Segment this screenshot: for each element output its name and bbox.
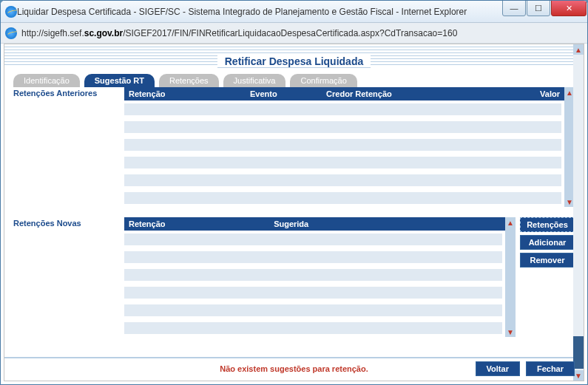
voltar-button[interactable]: Voltar bbox=[476, 361, 520, 376]
retencoes-button[interactable]: Retenções bbox=[520, 217, 575, 232]
scroll-novas[interactable]: ▲ ▼ bbox=[505, 217, 516, 337]
col-retencao-n: Retenção bbox=[124, 219, 269, 228]
table-row bbox=[124, 304, 505, 319]
page-title: Retificar Despesa Liquidada bbox=[217, 55, 371, 68]
col-credor: Credor Retenção bbox=[322, 89, 499, 98]
label-novas: Retenções Novas bbox=[13, 217, 124, 337]
maximize-button[interactable]: ☐ bbox=[527, 0, 550, 16]
scroll-down-icon[interactable]: ▼ bbox=[505, 327, 516, 337]
table-row bbox=[124, 157, 564, 171]
tab-identificacao[interactable]: Identificação bbox=[13, 74, 80, 87]
minimize-button[interactable]: — bbox=[502, 0, 526, 16]
ie-favicon-icon bbox=[5, 6, 17, 18]
url-text[interactable]: http://sigefh.sef.sc.gov.br/SIGEF2017/FI… bbox=[21, 28, 457, 38]
table-row bbox=[124, 269, 505, 284]
grid-novas-area: Retenção Sugerida ▲ bbox=[124, 217, 575, 337]
grid-anteriores-header: Retenção Evento Credor Retenção Valor bbox=[124, 87, 564, 100]
table-row bbox=[124, 251, 505, 266]
page-scroll-down-icon[interactable]: ▼ bbox=[573, 370, 584, 381]
col-sugerida: Sugerida bbox=[269, 219, 505, 228]
table-row bbox=[124, 121, 564, 136]
table-row bbox=[124, 192, 564, 207]
footer: Não existem sugestões para retenção. Vol… bbox=[4, 357, 584, 381]
url-post: /SIGEF2017/FIN/FINRetificarLiquidacaoDes… bbox=[123, 28, 457, 38]
section-anteriores: Retenções Anteriores Retenção Evento Cre… bbox=[4, 87, 584, 207]
tab-justificativa[interactable]: Justificativa bbox=[223, 74, 286, 87]
tab-sugestao-rt[interactable]: Sugestão RT bbox=[84, 74, 155, 87]
table-row bbox=[124, 139, 564, 154]
grid-anteriores-rows bbox=[124, 103, 564, 207]
adicionar-button[interactable]: Adicionar bbox=[520, 235, 575, 250]
grid-novas-header: Retenção Sugerida bbox=[124, 217, 505, 231]
remover-button[interactable]: Remover bbox=[520, 253, 575, 268]
table-row bbox=[124, 103, 564, 118]
window-title: Liquidar Despesa Certificada - SIGEF/SC … bbox=[17, 7, 502, 17]
window-titlebar: Liquidar Despesa Certificada - SIGEF/SC … bbox=[1, 1, 587, 23]
page-title-wrap: Retificar Despesa Liquidada bbox=[4, 55, 584, 68]
page-scrollbar[interactable]: ▲ ▼ bbox=[573, 44, 584, 381]
spacer bbox=[4, 207, 584, 217]
section-novas: Retenções Novas Retenção Sugerida bbox=[4, 217, 584, 337]
tab-retencoes[interactable]: Retenções bbox=[159, 74, 219, 87]
label-anteriores: Retenções Anteriores bbox=[13, 87, 124, 207]
table-row bbox=[124, 322, 505, 337]
grid-anteriores-area: Retenção Evento Credor Retenção Valor bbox=[124, 87, 575, 207]
grid-anteriores: Retenção Evento Credor Retenção Valor bbox=[124, 87, 564, 207]
action-buttons: Retenções Adicionar Remover bbox=[520, 217, 575, 337]
page-scroll-up-icon[interactable]: ▲ bbox=[573, 44, 584, 55]
tab-strip: Identificação Sugestão RT Retenções Just… bbox=[13, 74, 584, 87]
tab-confirmacao[interactable]: Confirmação bbox=[290, 74, 356, 87]
page-viewport: Retificar Despesa Liquidada Identificaçã… bbox=[4, 44, 584, 381]
fechar-button[interactable]: Fechar bbox=[526, 361, 575, 376]
url-pre: http://sigefh.sef. bbox=[21, 28, 84, 38]
url-domain: sc.gov.br bbox=[84, 28, 123, 38]
page: Retificar Despesa Liquidada Identificaçã… bbox=[4, 44, 584, 381]
table-row bbox=[124, 234, 505, 248]
col-evento: Evento bbox=[246, 89, 322, 98]
col-retencao: Retenção bbox=[124, 89, 246, 98]
grid-novas-rows bbox=[124, 234, 505, 337]
scroll-up-icon[interactable]: ▲ bbox=[505, 217, 516, 228]
ie-page-icon bbox=[5, 27, 17, 39]
table-row bbox=[124, 174, 564, 189]
browser-window: Liquidar Despesa Certificada - SIGEF/SC … bbox=[0, 0, 588, 385]
page-scroll-thumb[interactable] bbox=[573, 336, 584, 369]
grid-novas: Retenção Sugerida bbox=[124, 217, 505, 337]
col-valor: Valor bbox=[499, 89, 564, 98]
close-window-button[interactable]: ✕ bbox=[551, 0, 587, 16]
window-controls: — ☐ ✕ bbox=[502, 1, 587, 22]
table-row bbox=[124, 287, 505, 301]
address-bar: http://sigefh.sef.sc.gov.br/SIGEF2017/FI… bbox=[1, 23, 587, 44]
